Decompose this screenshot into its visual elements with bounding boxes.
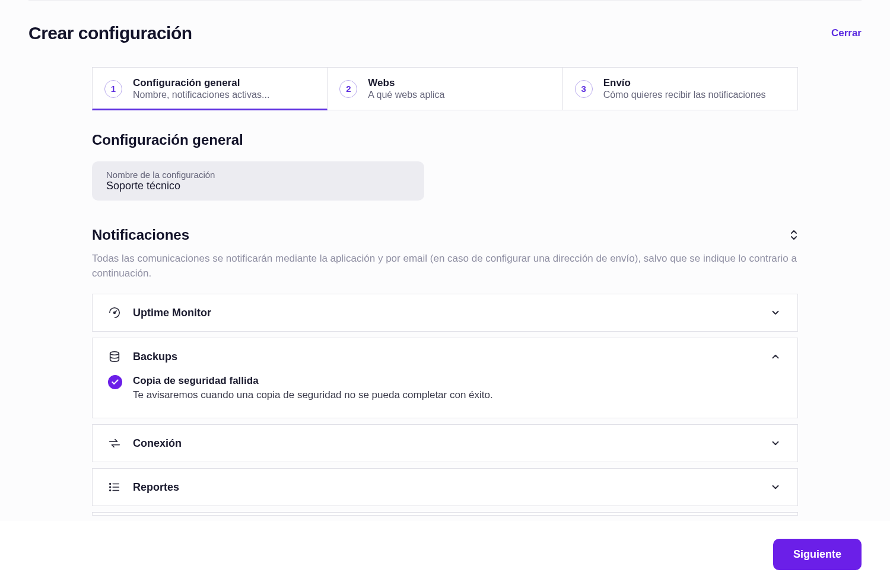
step-number: 3 [575,80,593,98]
step-tab-general[interactable]: 1 Configuración general Nombre, notifica… [92,67,328,110]
notification-option-desc: Te avisaremos cuando una copia de seguri… [133,389,493,401]
panel-head-reportes[interactable]: Reportes [93,469,797,506]
step-subtitle: Cómo quieres recibir las notificaciones [603,90,766,100]
page-title: Crear configuración [28,23,192,43]
step-title: Envío [603,77,766,89]
svg-point-4 [110,487,111,488]
notification-option-backup-failed: Copia de seguridad fallida Te avisaremos… [108,375,782,401]
step-number: 2 [339,80,357,98]
config-name-field[interactable]: Nombre de la configuración Soporte técni… [92,161,424,201]
svg-point-2 [110,484,111,485]
step-title: Webs [368,77,444,89]
gauge-icon [108,306,121,319]
panel-head-uptime[interactable]: Uptime Monitor [93,294,797,331]
panel-body-backups: Copia de seguridad fallida Te avisaremos… [93,375,797,418]
panel-title: Conexión [133,437,757,450]
step-number: 1 [104,80,122,98]
panel-head-backups[interactable]: Backups [93,338,797,375]
chevron-down-icon [769,306,782,319]
svg-point-0 [114,312,116,314]
close-link[interactable]: Cerrar [831,27,862,39]
panel-reportes: Reportes [92,468,798,506]
chevron-down-icon [769,481,782,494]
checkbox-checked-icon[interactable] [108,375,122,389]
footer-bar: Siguiente [0,521,890,588]
transfer-icon [108,437,121,450]
panel-backups: Backups Copia de seguridad fallida Te av… [92,338,798,418]
panel-uptime: Uptime Monitor [92,294,798,332]
panel-title: Backups [133,351,757,363]
section-heading-notifications: Notificaciones [92,227,189,243]
chevron-up-icon [769,350,782,363]
step-tabs: 1 Configuración general Nombre, notifica… [92,67,798,110]
svg-point-1 [110,352,119,355]
step-title: Configuración general [133,77,269,89]
config-name-label: Nombre de la configuración [106,170,410,180]
panel-title: Uptime Monitor [133,307,757,319]
list-icon [108,481,121,494]
next-button[interactable]: Siguiente [773,539,862,570]
config-name-value: Soporte técnico [106,180,410,192]
section-heading-general: Configuración general [92,132,798,148]
expand-collapse-all-icon[interactable] [790,230,798,240]
svg-point-6 [110,490,111,491]
panel-partial [92,512,798,516]
notifications-description: Todas las comunicaciones se notificarán … [92,252,798,281]
step-tab-webs[interactable]: 2 Webs A qué webs aplica [328,67,562,110]
step-tab-envio[interactable]: 3 Envío Cómo quieres recibir las notific… [563,67,798,110]
panel-conexion: Conexión [92,424,798,462]
page-header: Crear configuración Cerrar [28,0,862,67]
panel-head-conexion[interactable]: Conexión [93,425,797,462]
database-icon [108,350,121,363]
panel-title: Reportes [133,481,757,494]
step-subtitle: A qué webs aplica [368,90,444,100]
chevron-down-icon [769,437,782,450]
step-subtitle: Nombre, notificaciones activas... [133,90,269,100]
notification-option-title: Copia de seguridad fallida [133,375,493,387]
